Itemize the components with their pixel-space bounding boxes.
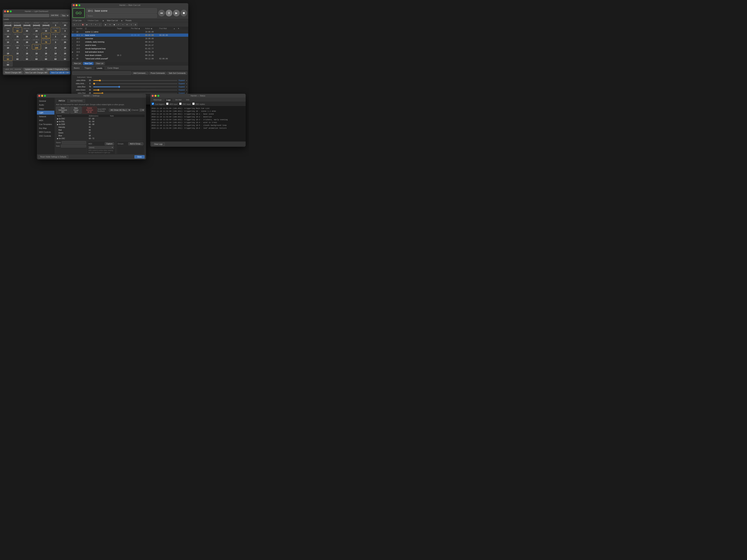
new-group-btn[interactable]: New Group ⌘G — [70, 107, 82, 113]
toolbar-info-icon[interactable]: ℹ — [129, 23, 133, 26]
new-cue-all-btn[interactable]: New Cue with All ⇧⌘N — [50, 71, 70, 74]
settings-row-7[interactable]: ▶ bx USC 69 - 72 — [56, 137, 145, 140]
toolbar-copy-icon[interactable]: ⎘ — [72, 23, 76, 26]
filter-midi-input[interactable]: MIDI input — [166, 103, 177, 105]
settings-minimize-btn[interactable] — [41, 95, 43, 97]
col-sort[interactable]: ▲ — [173, 27, 177, 30]
clear-list-btn[interactable]: Clear List — [94, 62, 105, 65]
sidebar-item-midi-controls[interactable]: MIDI Controls — [37, 130, 54, 134]
view-mode-select[interactable]: Tiles — [60, 14, 69, 17]
sidebar-item-cue-templates[interactable]: Cue Templates — [37, 122, 54, 126]
cue-row-4[interactable]: ♪ 10-4 wind in trees 00:24.47 — [71, 44, 188, 47]
ld-cell-33[interactable]: 218 — [51, 44, 60, 49]
tab-curve-shape[interactable]: Curve Shape — [105, 66, 121, 70]
ld-cell-27[interactable]: side SR.A...20 — [60, 38, 70, 44]
level-slider-2[interactable] — [93, 86, 177, 87]
ld-cell-14[interactable]: sides.Whl...20 — [3, 33, 12, 38]
ld-cell-44[interactable]: 1360 — [22, 55, 32, 61]
ld-cell-41[interactable]: 1018 — [60, 50, 70, 55]
maximize-button-cue[interactable] — [78, 4, 80, 6]
new-list-btn[interactable]: New List — [72, 62, 82, 65]
cue-row-6[interactable]: ▶ 10-6 leaf animation texture 00:56.38 — [71, 50, 188, 54]
capture-btn[interactable]: Capture — [105, 142, 114, 145]
ld-cell-18[interactable]: side SL.B...79 — [41, 33, 51, 38]
ld-cell-38[interactable]: 718 — [32, 50, 41, 55]
reset-btn[interactable]: Reset Visible Settings to Defaults — [38, 155, 68, 159]
ld-cell-11[interactable]: sides.Gre...15 — [41, 27, 51, 32]
ld-cell-15[interactable]: side SL.I...35 — [13, 33, 22, 38]
tab-definitions[interactable]: DEFINITIONS — [68, 99, 85, 103]
ld-cell-5[interactable]: all.Amber3 — [51, 22, 60, 27]
update-originating-btn[interactable]: Update 0 Originating Cues — [45, 68, 70, 71]
maximize-button[interactable] — [10, 10, 12, 12]
ld-cell-47[interactable]: 1660 — [51, 55, 60, 61]
level-close-0[interactable]: × — [186, 79, 187, 82]
sidebar-item-midi[interactable]: MIDI — [37, 118, 54, 122]
ld-cell-19[interactable]: side SL.A...3 — [51, 33, 60, 38]
ld-cell-25[interactable]: side SR.B...79 — [41, 38, 51, 44]
tab-basics[interactable]: Basics — [71, 66, 82, 70]
settings-row-6[interactable]: Blue 68 — [56, 134, 145, 137]
ld-cell-3[interactable]: all.Green(mixed) — [32, 22, 41, 27]
close-button-cue[interactable] — [73, 4, 75, 6]
main-cue-list-link[interactable]: Main Cue List — [107, 20, 118, 22]
filter-osc-replies[interactable]: OSC replies — [192, 103, 205, 105]
settings-traffic-lights[interactable] — [38, 95, 46, 97]
cue-row-8[interactable]: ☀ 30 "stand and unfold yourself" 00:12.0… — [71, 57, 188, 60]
toolbar-grid-icon[interactable]: ⊞ — [133, 23, 137, 26]
status-close-btn[interactable] — [152, 95, 154, 97]
tab-info[interactable]: Info — [184, 98, 191, 102]
done-btn[interactable]: Done — [134, 155, 145, 159]
search-input[interactable] — [4, 14, 49, 17]
ld-cell-39[interactable]: 818 — [41, 50, 51, 55]
sidebar-item-general[interactable]: General — [37, 99, 54, 103]
play-button[interactable]: ▶ — [173, 10, 180, 17]
settings-row-5[interactable]: Green 67 — [56, 132, 145, 134]
ld-cell-20[interactable]: side SL.A...20 — [60, 33, 70, 38]
ld-cell-6[interactable]: all.White20 — [60, 22, 70, 27]
ld-cell-16[interactable]: side SL.R...20 — [22, 33, 32, 38]
ld-cell-21[interactable]: side SL...10 — [3, 38, 12, 44]
prune-commands-btn[interactable]: Prune Commands — [149, 72, 166, 75]
toolbar-play-icon[interactable]: ▶ — [104, 23, 108, 26]
ld-cell-34[interactable]: 318 — [60, 44, 70, 49]
new-instrument-btn[interactable]: New Instrument ⌘N — [56, 107, 70, 113]
ld-cell-2[interactable]: all.Red(mixed) — [22, 22, 32, 27]
toolbar-stop-icon[interactable]: ⏹ — [112, 23, 116, 26]
settings-row-2[interactable]: ▶ bx DSR 65 - 68 — [56, 123, 145, 126]
ld-cell-4[interactable]: all.Blue(mixed) — [41, 22, 51, 27]
level-expand-2[interactable]: Expand — [178, 86, 185, 88]
toolbar-settings-icon[interactable]: ⚙ — [125, 23, 129, 26]
status-minimize-btn[interactable] — [155, 95, 156, 97]
settings-row-1[interactable]: ▶ bx DSL 61 - 64 — [56, 120, 145, 123]
ld-cell-0[interactable]: all.Intensity(mixed) — [3, 22, 12, 27]
sidebar-item-video[interactable]: Video — [37, 107, 54, 111]
ld-cell-49[interactable]: 1860 — [3, 61, 12, 66]
ld-cell-29[interactable]: bx.Red13 — [13, 44, 22, 49]
level-close-1[interactable]: × — [186, 83, 187, 85]
presets-link[interactable]: Presets — [126, 20, 132, 22]
level-slider-1[interactable] — [93, 83, 177, 84]
traffic-lights[interactable] — [4, 10, 12, 12]
cue-row-2[interactable]: ♪ 10-2 moonrise 10:00.00 — [71, 37, 188, 40]
tab-warnings[interactable]: Warnings — [151, 98, 164, 102]
toolbar-fwd-icon[interactable]: ↪ — [121, 23, 125, 26]
tab-artnet[interactable]: Art-Net — [173, 98, 184, 102]
toolbar-back-icon[interactable]: ↩ — [117, 23, 121, 26]
settings-row-3[interactable]: Intensity 65 — [56, 126, 145, 129]
status-traffic-lights[interactable] — [152, 95, 159, 97]
midi-driver-select[interactable]: IAC Driver IAC Bus 1 — [109, 109, 131, 112]
sidebar-item-osc-controls[interactable]: OSC Controls — [37, 134, 54, 138]
ld-cell-40[interactable]: 918 — [51, 50, 60, 55]
level-close-3[interactable]: × — [186, 89, 187, 91]
ld-cell-42[interactable]: 1160 — [3, 55, 12, 61]
cue-row-1[interactable]: ☀ 10-1 ▶ base scene 00:00.00 00:05.00 00… — [71, 33, 188, 37]
filter-cue-triggers[interactable]: Cue triggers — [152, 103, 164, 105]
level-expand-3[interactable]: Expand — [178, 89, 185, 91]
close-button[interactable] — [4, 10, 6, 12]
osc-replies-checkbox[interactable] — [192, 103, 195, 105]
stop-button[interactable]: ⏹ — [180, 10, 187, 17]
clear-logs-btn[interactable]: Clear Logs — [152, 142, 165, 146]
toolbar-sound-icon[interactable]: ♪ — [77, 23, 80, 26]
ld-cell-23[interactable]: side SR.R...28 — [22, 38, 32, 44]
